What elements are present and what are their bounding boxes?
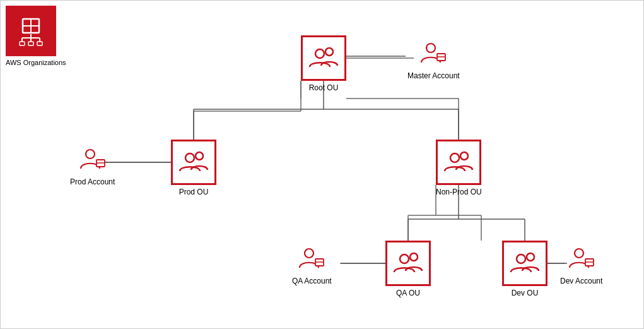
qa-ou-icon	[393, 247, 423, 280]
dev-ou-icon	[510, 247, 540, 280]
svg-rect-39	[28, 42, 33, 45]
prod-ou-icon	[179, 146, 209, 179]
prod-ou-box	[171, 140, 216, 185]
qa-account-label: QA Account	[292, 277, 332, 285]
prod-ou-node: Prod OU	[171, 140, 216, 196]
prod-ou-label: Prod OU	[179, 188, 209, 196]
non-prod-ou-icon	[443, 146, 474, 179]
svg-point-58	[527, 253, 534, 261]
svg-point-42	[315, 49, 324, 58]
svg-point-53	[410, 253, 418, 261]
dev-account-icon	[568, 244, 595, 274]
root-ou-box	[301, 35, 346, 81]
svg-point-43	[426, 44, 435, 52]
qa-account-node: QA Account	[292, 244, 332, 285]
svg-point-51	[460, 152, 468, 160]
prod-account-node: Prod Account	[70, 145, 115, 186]
non-prod-ou-box	[436, 140, 481, 185]
svg-point-59	[517, 254, 525, 263]
master-account-label: Master Account	[407, 71, 460, 80]
qa-ou-node: QA OU	[385, 241, 431, 297]
svg-point-41	[325, 48, 333, 56]
non-prod-ou-node: Non-Prod OU	[436, 140, 482, 196]
svg-point-46	[196, 152, 203, 160]
svg-point-48	[86, 150, 95, 159]
aws-organizations-label: AWS Organizations	[6, 59, 66, 66]
svg-point-55	[305, 249, 313, 258]
root-ou-label: Root OU	[309, 83, 339, 92]
qa-account-icon	[298, 244, 325, 274]
root-ou-node: Root OU	[301, 35, 346, 92]
qa-ou-label: QA OU	[396, 289, 420, 297]
aws-logo	[6, 6, 56, 56]
non-prod-ou-label: Non-Prod OU	[436, 188, 482, 196]
dev-account-label: Dev Account	[560, 277, 602, 285]
svg-point-54	[400, 254, 409, 263]
prod-account-label: Prod Account	[70, 177, 115, 186]
qa-ou-box	[385, 241, 431, 286]
master-account-icon	[419, 39, 447, 69]
dev-ou-node: Dev OU	[502, 241, 547, 297]
master-account-node: Master Account	[407, 39, 460, 80]
root-ou-icon	[308, 42, 339, 75]
svg-point-52	[450, 153, 459, 162]
svg-point-60	[575, 249, 583, 258]
svg-rect-38	[20, 42, 25, 45]
svg-point-47	[185, 153, 194, 162]
dev-ou-label: Dev OU	[512, 289, 539, 297]
dev-ou-box	[502, 241, 547, 286]
svg-rect-40	[37, 42, 42, 45]
dev-account-node: Dev Account	[560, 244, 602, 285]
prod-account-icon	[79, 145, 107, 175]
